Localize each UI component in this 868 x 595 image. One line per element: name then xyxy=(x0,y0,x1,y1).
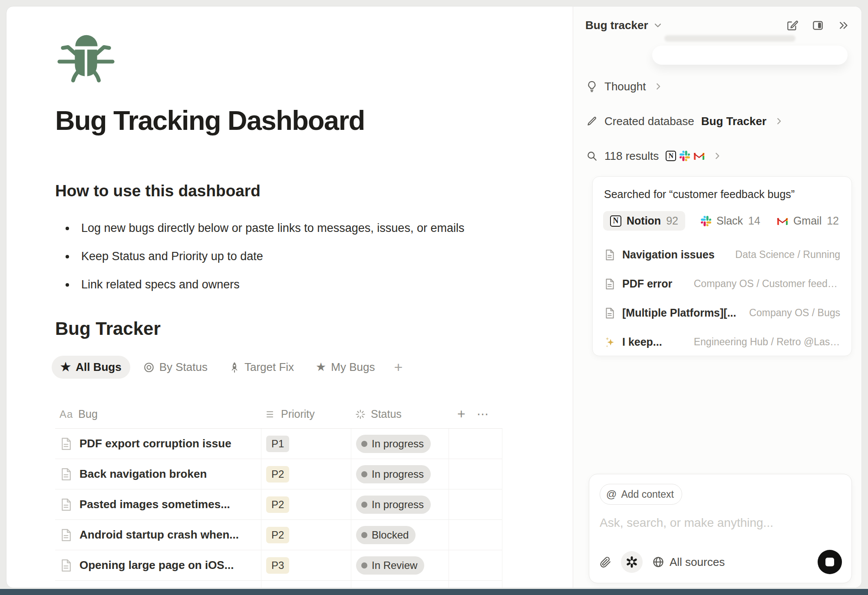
source-tabs: N Notion 92 Slack 14 xyxy=(604,215,840,227)
source-tab-notion[interactable]: N Notion 92 xyxy=(603,211,685,231)
toggle-panel-icon[interactable] xyxy=(812,20,824,31)
select-property-icon xyxy=(265,409,276,420)
bullet-dot xyxy=(66,255,69,258)
notion-icon: N xyxy=(666,151,676,161)
column-header-status[interactable]: Status xyxy=(351,408,449,420)
chevron-down-icon[interactable] xyxy=(653,20,663,30)
page-icon xyxy=(59,467,73,481)
bullet-text: Log new bugs directly below or paste lin… xyxy=(81,221,464,235)
source-count: 14 xyxy=(748,215,760,227)
table-row[interactable]: PDF export corruption issue P1 In progre… xyxy=(55,429,502,459)
search-result-row[interactable]: Navigation issues Data Science / Running xyxy=(604,240,840,269)
table-row[interactable]: Opening large page on iOS... P3 In Revie… xyxy=(55,550,502,581)
result-title: PDF error xyxy=(622,278,672,290)
notion-icon: N xyxy=(610,215,621,227)
add-context-button[interactable]: @ Add context xyxy=(600,484,682,505)
scrolled-message-ghost xyxy=(652,35,848,64)
tab-my-bugs[interactable]: ★ My Bugs xyxy=(307,356,383,379)
search-icon xyxy=(586,150,597,162)
bug-title: Opening large page on iOS... xyxy=(79,559,234,572)
chevron-right-icon xyxy=(653,82,663,91)
search-result-row[interactable]: [Multiple Platforms][... Company OS / Bu… xyxy=(604,298,840,327)
page-icon xyxy=(59,528,73,542)
add-column-button[interactable]: + xyxy=(457,406,465,422)
result-breadcrumb: Company OS / Bugs xyxy=(749,307,840,319)
tab-by-status[interactable]: By Status xyxy=(135,356,216,379)
search-result-card: Searched for “customer feedback bugs” N … xyxy=(592,176,852,356)
tracker-heading: Bug Tracker xyxy=(55,318,161,339)
priority-badge[interactable]: P2 xyxy=(266,496,289,513)
status-label: Blocked xyxy=(372,529,409,541)
lightbulb-icon xyxy=(586,80,597,93)
globe-icon xyxy=(652,556,664,568)
page-icon xyxy=(59,498,73,512)
search-result-row[interactable]: PDF error Company OS / Customer feedback xyxy=(604,269,840,298)
source-name: Slack xyxy=(716,215,743,227)
table-more-button[interactable]: ⋯ xyxy=(477,407,490,421)
target-icon xyxy=(143,362,155,373)
activity-created-database[interactable]: Created database Bug Tracker xyxy=(586,112,851,130)
column-header-bug[interactable]: Aa Bug xyxy=(55,408,261,420)
add-view-button[interactable]: + xyxy=(388,359,409,376)
status-label: In progress xyxy=(372,468,424,480)
column-label: Bug xyxy=(78,408,97,420)
source-tab-gmail[interactable]: Gmail 12 xyxy=(777,215,839,227)
ghost-card xyxy=(652,46,848,65)
activity-label: Thought xyxy=(604,80,646,93)
bottom-accent-bar xyxy=(0,589,868,595)
text-property-icon: Aa xyxy=(59,408,73,420)
activity-label: Created database xyxy=(604,115,694,128)
page-icon xyxy=(604,278,615,290)
bug-title: Android startup crash when... xyxy=(79,528,239,542)
tab-target-fix[interactable]: Target Fix xyxy=(221,356,303,379)
column-divider xyxy=(449,429,449,588)
status-badge[interactable]: In progress xyxy=(356,496,431,514)
search-result-row[interactable]: I keep... Engineering Hub / Retro @Last … xyxy=(604,327,840,357)
all-sources-label: All sources xyxy=(670,555,725,569)
status-badge[interactable]: In Review xyxy=(356,556,424,575)
gmail-icon xyxy=(777,216,788,226)
source-tab-slack[interactable]: Slack 14 xyxy=(701,215,760,227)
activity-search-results[interactable]: 118 results N xyxy=(586,147,851,165)
status-label: In progress xyxy=(372,499,424,511)
star-icon: ★ xyxy=(316,361,326,373)
openai-icon xyxy=(625,555,638,569)
tab-label: Target Fix xyxy=(244,360,294,374)
rocket-icon xyxy=(229,362,240,373)
composer-toolbar: All sources xyxy=(600,550,842,574)
table-row[interactable]: Android startup crash when... P2 Blocked xyxy=(55,520,502,550)
all-sources-button[interactable]: All sources xyxy=(652,555,725,569)
column-divider xyxy=(502,429,502,588)
view-tabs: ★ All Bugs By Status Targ xyxy=(52,356,409,379)
activity-thought[interactable]: Thought xyxy=(586,78,851,95)
result-breadcrumb: Engineering Hub / Retro @Last Tue... xyxy=(694,336,840,348)
chat-input[interactable]: Ask, search, or make anything... xyxy=(600,516,841,530)
add-context-label: Add context xyxy=(621,489,673,500)
priority-badge[interactable]: P1 xyxy=(266,436,289,452)
search-card-title: Searched for “customer feedback bugs” xyxy=(604,188,840,201)
model-selector-button[interactable] xyxy=(621,551,643,573)
priority-badge[interactable]: P2 xyxy=(266,466,289,483)
collapse-sidebar-icon[interactable] xyxy=(838,20,849,31)
status-badge[interactable]: In progress xyxy=(356,465,431,483)
priority-badge[interactable]: P3 xyxy=(266,557,289,574)
status-label: In Review xyxy=(372,559,417,572)
attachment-icon[interactable] xyxy=(600,556,611,568)
sparkles-icon xyxy=(604,336,615,348)
column-header-priority[interactable]: Priority xyxy=(261,408,351,420)
status-badge[interactable]: In progress xyxy=(356,435,431,453)
column-divider xyxy=(261,429,261,588)
status-badge[interactable]: Blocked xyxy=(356,526,416,544)
stop-button[interactable] xyxy=(818,550,842,574)
bug-page-icon[interactable] xyxy=(56,34,116,83)
bug-table: Aa Bug Priority Status xyxy=(55,400,502,588)
sidebar-title[interactable]: Bug tracker xyxy=(585,19,648,32)
new-chat-icon[interactable] xyxy=(786,20,798,31)
table-row[interactable]: Back navigation broken P2 In progress xyxy=(55,459,502,489)
priority-badge[interactable]: P2 xyxy=(266,527,289,543)
result-breadcrumb: Company OS / Customer feedback xyxy=(694,278,840,290)
table-row[interactable]: Pasted images sometimes... P2 In progres… xyxy=(55,489,502,520)
tab-all-bugs[interactable]: ★ All Bugs xyxy=(52,356,130,379)
table-row-partial[interactable] xyxy=(55,581,502,588)
pencil-icon xyxy=(586,116,597,127)
